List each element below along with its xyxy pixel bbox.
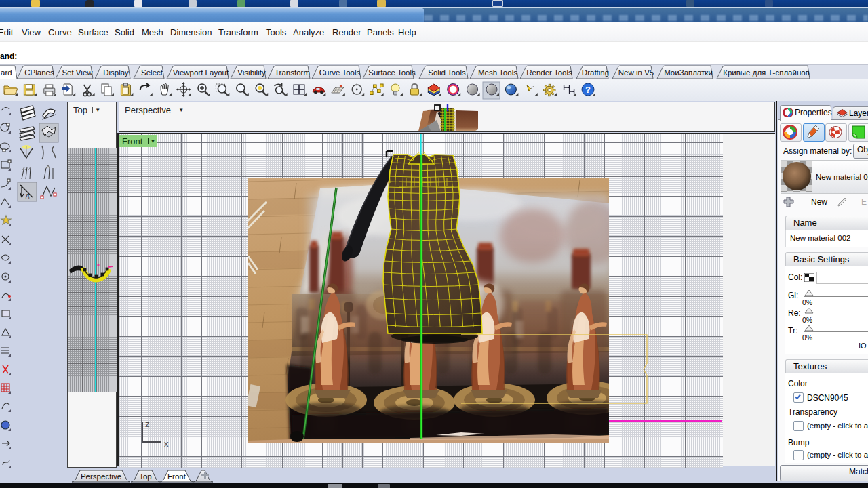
svg-text:Render Tools: Render Tools — [526, 68, 572, 77]
svg-text:Curve Tools: Curve Tools — [319, 68, 361, 77]
svg-text:Transform: Transform — [275, 68, 310, 77]
svg-text:Visibility: Visibility — [237, 68, 266, 77]
svg-text:Front: Front — [167, 472, 186, 481]
svg-text:Drafting: Drafting — [582, 68, 609, 77]
svg-text:Select: Select — [141, 68, 163, 77]
svg-text:CPlanes: CPlanes — [24, 68, 54, 77]
svg-text:?: ? — [585, 85, 591, 95]
svg-text:Set View: Set View — [62, 68, 93, 77]
svg-text:Solid Tools: Solid Tools — [428, 68, 466, 77]
svg-text:Кривые для Т-сплайнов: Кривые для Т-сплайнов — [723, 68, 810, 77]
svg-text:Display: Display — [103, 68, 129, 77]
svg-text:New in V5: New in V5 — [618, 68, 654, 77]
svg-text:Mesh Tools: Mesh Tools — [478, 68, 517, 77]
svg-text:Viewport Layout: Viewport Layout — [173, 68, 229, 77]
svg-text:z: z — [145, 419, 150, 429]
svg-text:д: д — [26, 192, 30, 199]
svg-text:МоиЗаплатки: МоиЗаплатки — [664, 68, 713, 77]
svg-text:Surface Tools: Surface Tools — [368, 68, 416, 77]
svg-text:x: x — [164, 439, 169, 449]
svg-text:Top: Top — [139, 472, 152, 481]
svg-text:ard: ard — [1, 68, 12, 77]
svg-text:Perspective: Perspective — [81, 472, 121, 481]
